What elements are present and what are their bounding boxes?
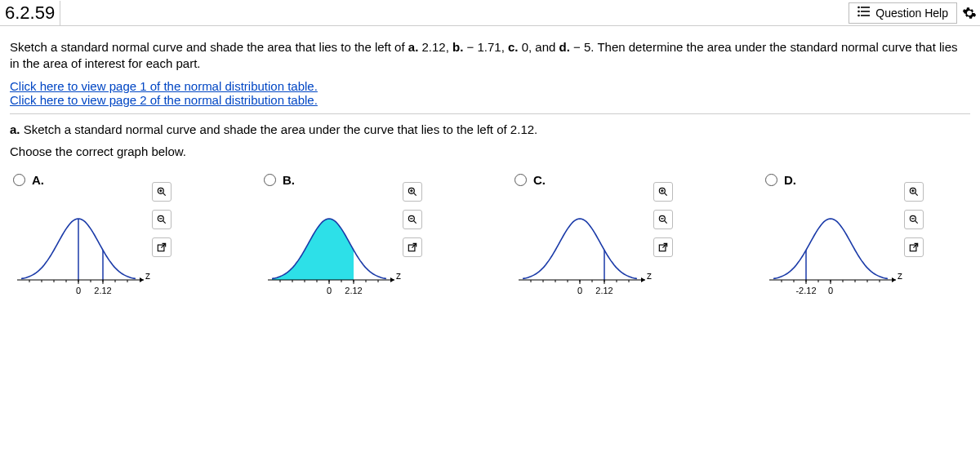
zoom-in-icon[interactable]: [403, 182, 422, 202]
part-a-text: a. Sketch a standard normal curve and sh…: [10, 122, 970, 136]
gear-icon[interactable]: [962, 6, 977, 20]
svg-line-98: [915, 220, 917, 223]
svg-text:0: 0: [327, 286, 332, 295]
option-label: C.: [533, 173, 546, 187]
option-D: D. -2.120 z: [765, 173, 967, 304]
svg-line-74: [664, 220, 666, 223]
svg-point-3: [858, 7, 860, 9]
option-label: A.: [32, 173, 44, 187]
svg-line-101: [913, 243, 917, 247]
zoom-out-icon[interactable]: [653, 210, 673, 229]
normal-curve-graph: 02.12: [514, 206, 653, 300]
popout-icon[interactable]: [904, 237, 924, 257]
svg-line-77: [662, 243, 666, 247]
svg-text:0: 0: [76, 286, 81, 295]
question-number: 6.2.59: [0, 1, 60, 25]
radio-B[interactable]: [264, 174, 276, 186]
list-icon: [858, 6, 871, 20]
radio-D[interactable]: [765, 174, 777, 186]
option-B: B. 02.12 z: [264, 173, 466, 304]
axis-label: z: [647, 270, 652, 282]
popout-icon[interactable]: [653, 237, 673, 257]
radio-C[interactable]: [514, 174, 527, 186]
question-help-button[interactable]: Question Help: [849, 2, 957, 24]
normal-curve-graph: 02.12: [264, 206, 403, 300]
option-A: A. 02.12 z: [13, 173, 215, 304]
svg-point-5: [858, 15, 860, 17]
svg-point-4: [858, 11, 860, 13]
svg-line-50: [413, 220, 416, 223]
svg-text:-2.12: -2.12: [795, 286, 816, 295]
svg-line-27: [163, 220, 165, 223]
popout-icon[interactable]: [152, 237, 172, 257]
svg-line-46: [413, 193, 416, 195]
svg-text:2.12: 2.12: [595, 286, 612, 295]
normal-curve-graph: -2.120: [765, 206, 904, 300]
zoom-out-icon[interactable]: [403, 210, 422, 229]
axis-label: z: [898, 270, 902, 282]
popout-icon[interactable]: [403, 237, 422, 257]
zoom-in-icon[interactable]: [152, 182, 172, 202]
svg-text:2.12: 2.12: [345, 286, 362, 295]
table-page2-link[interactable]: Click here to view page 2 of the normal …: [10, 93, 318, 107]
svg-line-94: [915, 193, 917, 195]
zoom-out-icon[interactable]: [152, 210, 172, 229]
option-label: B.: [283, 173, 295, 187]
svg-line-70: [664, 193, 666, 195]
axis-label: z: [145, 270, 150, 282]
svg-line-23: [163, 193, 165, 195]
svg-text:2.12: 2.12: [94, 286, 111, 295]
choose-text: Choose the correct graph below.: [10, 144, 970, 158]
svg-text:0: 0: [828, 286, 833, 295]
axis-label: z: [396, 270, 401, 282]
svg-line-30: [161, 243, 165, 247]
question-prompt: Sketch a standard normal curve and shade…: [10, 39, 970, 73]
question-help-label: Question Help: [875, 7, 948, 20]
option-label: D.: [784, 173, 796, 187]
zoom-in-icon[interactable]: [653, 182, 673, 202]
option-C: C. 02.12 z: [514, 173, 716, 304]
zoom-in-icon[interactable]: [904, 182, 924, 202]
radio-A[interactable]: [13, 174, 25, 186]
table-page1-link[interactable]: Click here to view page 1 of the normal …: [10, 79, 318, 93]
zoom-out-icon[interactable]: [904, 210, 924, 229]
svg-line-53: [412, 243, 416, 247]
normal-curve-graph: 02.12: [13, 206, 152, 300]
svg-text:0: 0: [577, 286, 582, 295]
